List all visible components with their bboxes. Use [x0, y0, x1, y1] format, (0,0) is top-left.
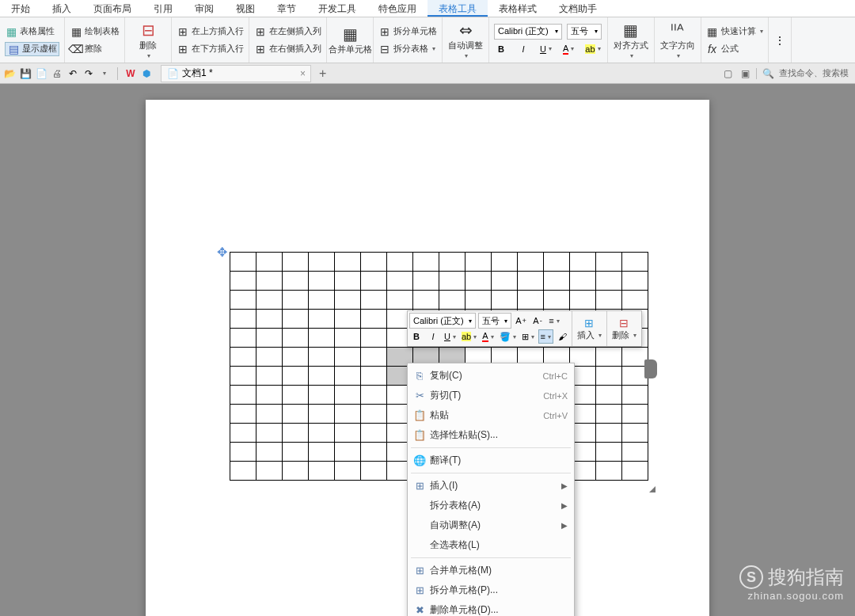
insert-col-right-button[interactable]: ⊞在右侧插入列 — [254, 43, 321, 55]
ctx-item[interactable]: 自动调整(A)▶ — [408, 515, 574, 535]
show-gridlines-button[interactable]: ▤显示虚框 — [5, 42, 59, 56]
table-cell[interactable] — [283, 291, 309, 310]
font-size-selector[interactable]: 五号▾ — [567, 24, 602, 40]
search-placeholder[interactable]: 查找命令、搜索模 — [779, 67, 849, 79]
tab-table-style[interactable]: 表格样式 — [488, 0, 548, 17]
table-cell[interactable] — [387, 253, 413, 272]
bold-button[interactable]: B — [494, 42, 508, 56]
table-cell[interactable] — [596, 462, 622, 481]
table-cell[interactable] — [439, 291, 466, 310]
table-cell[interactable] — [283, 272, 309, 291]
table-cell[interactable] — [596, 291, 622, 310]
table-cell[interactable] — [413, 253, 439, 272]
table-cell[interactable] — [256, 386, 283, 405]
table-cell[interactable] — [283, 443, 309, 462]
table-cell[interactable] — [256, 367, 283, 386]
mini-shrink-font-icon[interactable]: A- — [530, 314, 545, 328]
table-cell[interactable] — [596, 272, 622, 291]
ctx-item[interactable]: ✖删除单元格(D)... — [408, 600, 574, 616]
table-cell[interactable] — [309, 424, 335, 443]
table-cell[interactable] — [230, 443, 256, 462]
tab-devtools[interactable]: 开发工具 — [307, 0, 367, 17]
ctx-item[interactable]: 📋选择性粘贴(S)... — [408, 425, 574, 445]
table-cell[interactable] — [230, 424, 256, 443]
tab-reference[interactable]: 引用 — [142, 0, 184, 17]
table-cell[interactable] — [361, 291, 387, 310]
table-cell[interactable] — [283, 310, 309, 329]
print-preview-icon[interactable]: 🖨 — [51, 67, 63, 80]
table-cell[interactable] — [256, 443, 283, 462]
table-cell[interactable] — [230, 310, 256, 329]
table-cell[interactable] — [622, 462, 648, 481]
wps-home-icon[interactable]: W — [124, 67, 137, 80]
table-cell[interactable] — [309, 329, 335, 348]
table-cell[interactable] — [518, 272, 544, 291]
align-button[interactable]: ▦对齐方式 — [613, 21, 649, 59]
table-cell[interactable] — [283, 386, 309, 405]
cube-icon[interactable]: ⬢ — [140, 67, 153, 80]
table-cell[interactable] — [230, 462, 256, 481]
table-cell[interactable] — [283, 367, 309, 386]
tab-chapter[interactable]: 章节 — [266, 0, 307, 17]
table-cell[interactable] — [492, 272, 518, 291]
table-cell[interactable] — [309, 405, 335, 424]
table-cell[interactable] — [335, 367, 361, 386]
table-cell[interactable] — [230, 272, 256, 291]
table-cell[interactable] — [230, 329, 256, 348]
table-cell[interactable] — [361, 405, 387, 424]
open-icon[interactable]: 📂 — [3, 67, 16, 80]
table-cell[interactable] — [335, 310, 361, 329]
table-cell[interactable] — [518, 291, 544, 310]
highlight-button[interactable]: ab — [583, 42, 602, 56]
mini-align-button[interactable]: ≡ — [538, 329, 553, 344]
table-cell[interactable] — [335, 405, 361, 424]
undo-icon[interactable]: ↶ — [66, 67, 79, 80]
tab-layout[interactable]: 页面布局 — [82, 0, 142, 17]
table-cell[interactable] — [413, 272, 439, 291]
table-cell[interactable] — [361, 310, 387, 329]
table-cell[interactable] — [622, 405, 648, 424]
table-cell[interactable] — [622, 443, 648, 462]
table-cell[interactable] — [335, 272, 361, 291]
tab-insert[interactable]: 插入 — [41, 0, 82, 17]
mini-fill-color-button[interactable]: 🪣 — [498, 329, 518, 344]
font-color-button[interactable]: A — [561, 42, 576, 56]
table-move-handle-icon[interactable]: ✥ — [217, 245, 228, 256]
italic-button[interactable]: I — [516, 42, 530, 56]
table-cell[interactable] — [361, 253, 387, 272]
ctx-item[interactable]: ⊞合并单元格(M) — [408, 561, 574, 580]
table-cell[interactable] — [466, 291, 492, 310]
table-properties-button[interactable]: ▦表格属性 — [5, 25, 55, 38]
ctx-item[interactable]: 🌐翻译(T) — [408, 451, 574, 470]
table-cell[interactable] — [283, 329, 309, 348]
mini-font-selector[interactable]: Calibri (正文)▾ — [409, 313, 476, 329]
mini-font-color-button[interactable]: A — [481, 329, 495, 344]
table-cell[interactable] — [570, 291, 596, 310]
table-cell[interactable] — [466, 272, 492, 291]
mini-grow-font-icon[interactable]: A+ — [514, 314, 528, 328]
table-cell[interactable] — [596, 424, 622, 443]
table-cell[interactable] — [230, 405, 256, 424]
table-cell[interactable] — [309, 348, 335, 367]
ctx-item[interactable]: ⎘复制(C)Ctrl+C — [408, 366, 574, 386]
table-cell[interactable] — [309, 291, 335, 310]
table-cell[interactable] — [596, 253, 622, 272]
table-cell[interactable] — [256, 291, 283, 310]
table-cell[interactable] — [230, 348, 256, 367]
table-cell[interactable] — [256, 462, 283, 481]
table-cell[interactable] — [230, 367, 256, 386]
table-cell[interactable] — [256, 272, 283, 291]
table-cell[interactable] — [309, 367, 335, 386]
ctx-item[interactable]: 📋粘贴Ctrl+V — [408, 405, 574, 425]
text-direction-button[interactable]: ᴵᴵᴬ文字方向 — [659, 21, 696, 59]
table-cell[interactable] — [309, 386, 335, 405]
table-cell[interactable] — [492, 291, 518, 310]
mini-size-selector[interactable]: 五号▾ — [478, 313, 511, 329]
table-cell[interactable] — [361, 367, 387, 386]
table-cell[interactable] — [361, 348, 387, 367]
mini-delete-button[interactable]: 删除 — [612, 329, 636, 341]
table-cell[interactable] — [256, 329, 283, 348]
view-mode2-icon[interactable]: ▣ — [739, 67, 751, 80]
table-cell[interactable] — [361, 272, 387, 291]
tab-review[interactable]: 审阅 — [184, 0, 225, 17]
